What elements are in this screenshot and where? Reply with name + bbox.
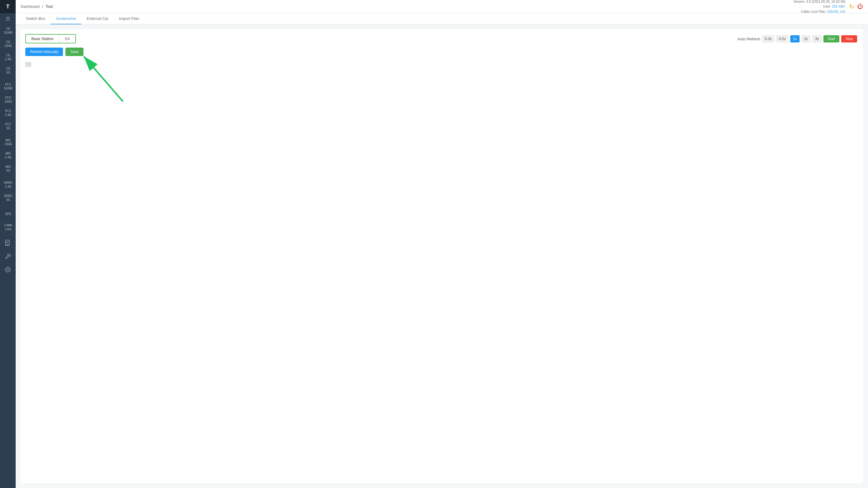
user-link[interactable]: 252-ABC: [832, 4, 845, 8]
breadcrumb-home[interactable]: Dashboard: [21, 4, 40, 9]
save-button[interactable]: Save: [65, 47, 83, 56]
sidebar-item-ce-234g[interactable]: CE234G: [0, 37, 16, 51]
sidebar-item-fcc-2.4g[interactable]: FCC2.4G: [0, 106, 16, 120]
cable-link[interactable]: 100168_101: [827, 10, 845, 13]
refresh-option-0.5s[interactable]: 0.5s: [776, 35, 788, 42]
sidebar-wrench-icon[interactable]: [0, 250, 16, 263]
tabbar: Switch Box Screenshot External Cal Impor…: [16, 13, 868, 24]
main-area: Dashboard / Tool Version: 2.0 (2021.09.2…: [16, 0, 868, 488]
user-text: User: 252-ABC: [794, 4, 845, 9]
refresh-icon[interactable]: ↻: [849, 3, 854, 10]
auto-refresh-label: Auto Refresh: [738, 37, 761, 41]
topbar: Dashboard / Tool Version: 2.0 (2021.09.2…: [16, 0, 868, 13]
breadcrumb: Dashboard / Tool: [21, 4, 53, 9]
sidebar-item-mic-2.4g[interactable]: MIC2.4G: [0, 149, 16, 162]
breadcrumb-current: Tool: [45, 4, 53, 9]
sidebar-item-srrc-5g[interactable]: SRRC5G: [0, 191, 16, 204]
svg-text:DOC: DOC: [6, 244, 9, 246]
stop-button[interactable]: Stop: [841, 35, 857, 42]
sidebar-item-dfs[interactable]: DFS: [0, 207, 16, 221]
sidebar-divider-2: [2, 134, 13, 134]
tab-external-cal[interactable]: External Cal: [82, 13, 114, 24]
sidebar-item-fcc-5g[interactable]: FCC5G: [0, 120, 16, 133]
sidebar-divider-5: [2, 235, 13, 235]
sidebar-item-ce-5g[interactable]: CE5G: [0, 64, 16, 77]
refresh-option-2s[interactable]: 2s: [801, 35, 811, 42]
start-button[interactable]: Start: [824, 35, 839, 42]
svg-line-7: [84, 56, 123, 101]
tab-switch-box[interactable]: Switch Box: [21, 13, 51, 24]
breadcrumb-separator: /: [42, 4, 43, 9]
sidebar-item-mic-234g[interactable]: MIC234G: [0, 135, 16, 149]
power-icon[interactable]: ⏻: [857, 3, 863, 10]
version-info: Version: 2.0 (2021.09.29_16.02.58) User:…: [794, 0, 845, 14]
sidebar-item-ce-2.4g[interactable]: CE2.4G: [0, 51, 16, 64]
tab-import-plan[interactable]: Import Plan: [114, 13, 144, 24]
sidebar-item-mic-5g[interactable]: MIC5G: [0, 162, 16, 175]
tab-screenshot[interactable]: Screenshot: [51, 13, 82, 24]
annotation-arrow: [75, 47, 135, 108]
action-bar: Refresh Manually Save: [25, 47, 858, 56]
inner-tab-base-station[interactable]: Base Station: [26, 35, 59, 43]
sidebar-item-cable-loss[interactable]: CableLoss: [0, 221, 16, 234]
refresh-option-0.3s[interactable]: 0.3s: [762, 35, 775, 42]
sidebar-doc-icon[interactable]: DOC: [0, 236, 16, 250]
version-text: Version: 2.0 (2021.09.29_16.02.58): [794, 0, 845, 4]
svg-point-5: [7, 269, 9, 270]
topbar-icons: ↻ ⏻: [849, 3, 863, 10]
sidebar: T ☰ CE5GNR CE234G CE2.4G CE5G FCC5GNR FC…: [0, 0, 16, 488]
app-logo: T: [0, 0, 16, 13]
refresh-manually-button[interactable]: Refresh Manually: [25, 47, 63, 56]
sidebar-divider-4: [2, 206, 13, 206]
sidebar-item-fcc-234g[interactable]: FCC234G: [0, 93, 16, 106]
refresh-option-3s[interactable]: 3s: [812, 35, 822, 42]
auto-refresh-bar: Auto Refresh 0.3s 0.5s 1s 2s 3s Start St…: [738, 35, 857, 42]
topbar-right: Version: 2.0 (2021.09.29_16.02.58) User:…: [794, 0, 863, 14]
sidebar-item-ce-5gnr[interactable]: CE5GNR: [0, 24, 16, 37]
sidebar-item-fcc-5gnr[interactable]: FCC5GNR: [0, 80, 16, 93]
sidebar-item-srrc-2.4g[interactable]: SRRC2.4G: [0, 178, 16, 191]
inner-tabs: Base Station SA: [25, 34, 76, 43]
refresh-option-1s[interactable]: 1s: [790, 35, 800, 42]
image-placeholder: [25, 62, 31, 67]
hamburger-icon[interactable]: ☰: [0, 13, 16, 24]
content-card: Base Station SA Refresh Manually Save Au…: [21, 29, 863, 483]
sidebar-settings-icon[interactable]: [0, 263, 16, 276]
sidebar-divider-3: [2, 176, 13, 177]
inner-tab-sa[interactable]: SA: [59, 35, 75, 43]
content-area: Base Station SA Refresh Manually Save Au…: [16, 24, 868, 488]
